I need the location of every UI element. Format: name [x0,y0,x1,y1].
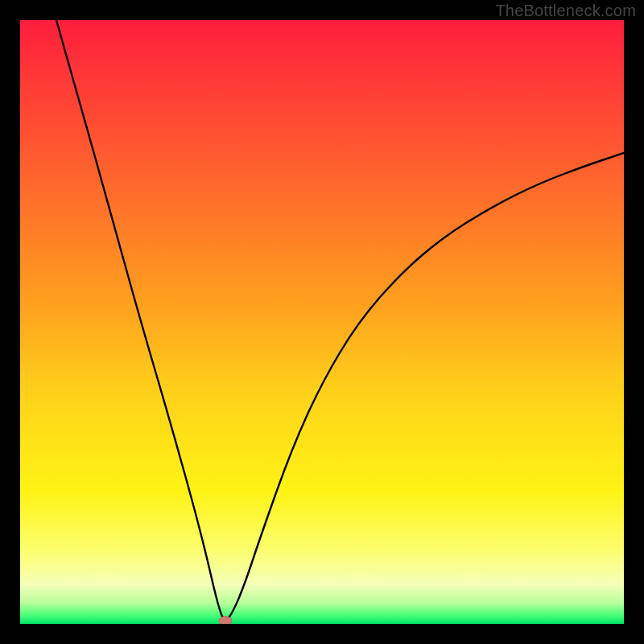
chart-frame: TheBottleneck.com [0,0,644,644]
bottleneck-plot [20,20,624,624]
optimal-point-marker [219,617,232,624]
plot-area [20,20,624,624]
watermark-text: TheBottleneck.com [495,2,636,20]
gradient-background [20,20,624,624]
